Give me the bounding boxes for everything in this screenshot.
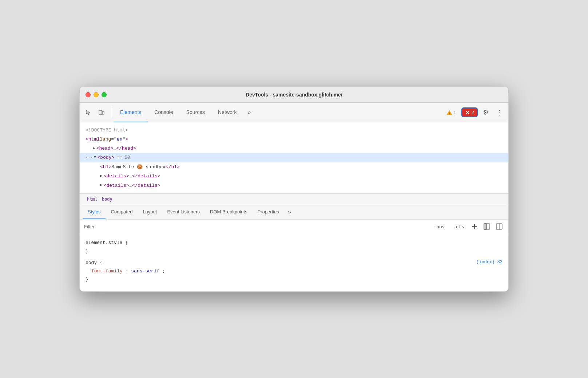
filter-controls: :hov .cls [431,222,504,231]
tab-console[interactable]: Console [148,103,179,122]
css-source-link[interactable]: (index):32 [476,259,502,267]
svg-text:!: ! [449,111,450,115]
expand-details-1[interactable]: ▶ [100,173,103,180]
body-dots: ··· [86,154,93,161]
svg-rect-10 [484,224,486,229]
main-tabs: Elements Console Sources Network » [114,103,444,122]
warning-icon: ! [446,110,452,115]
minimize-button[interactable] [94,92,99,97]
body-rule-block: body { (index):32 font-family : sans-ser… [86,259,502,284]
tab-layout[interactable]: Layout [138,205,162,219]
filter-bar: :hov .cls [80,220,508,234]
expand-head[interactable]: ▶ [93,145,95,152]
traffic-lights [86,92,107,97]
sidebar-pane-button[interactable] [494,222,504,231]
element-style-block: element.style { } [86,239,502,256]
plus-icon [472,224,477,229]
tab-event-listeners[interactable]: Event Listeners [162,205,205,219]
breadcrumb-bar: html body [80,193,508,205]
dom-tree: <!DOCTYPE html> <html lang="en"> ▶ <head… [80,122,508,193]
toolbar-left [83,107,112,118]
more-styles-tabs-button[interactable]: » [284,205,295,219]
error-badge[interactable]: 2 [461,107,478,117]
svg-rect-1 [102,111,104,114]
devtools-toolbar: Elements Console Sources Network » ! 1 [80,103,508,122]
dom-line-details-2: ▶ <details>…</details> [86,181,502,190]
settings-button[interactable]: ⚙ [480,107,492,118]
dom-line-doctype: <!DOCTYPE html> [86,125,502,134]
more-options-button[interactable]: ⋮ [494,107,505,118]
dom-line-details-1: ▶ <details>…</details> [86,172,502,181]
toggle-element-state-button[interactable] [482,222,492,231]
doctype-text: <!DOCTYPE html> [86,126,128,134]
layout-icon [496,223,502,230]
filter-input[interactable] [84,224,428,229]
device-toolbar-button[interactable] [96,107,107,118]
expand-details-2[interactable]: ▶ [100,182,103,189]
css-content: element.style { } body { (index):32 font… [80,234,508,291]
element-style-close: } [86,247,502,255]
styles-panel-tabs: Styles Computed Layout Event Listeners D… [80,205,508,220]
collapse-body[interactable]: ▼ [94,154,96,161]
devtools-main: <!DOCTYPE html> <html lang="en"> ▶ <head… [80,122,508,291]
devtools-window: DevTools - samesite-sandbox.glitch.me/ E… [79,86,509,292]
device-icon [98,109,105,116]
title-bar: DevTools - samesite-sandbox.glitch.me/ [80,87,508,103]
warning-count: 1 [454,110,456,115]
breadcrumb-body[interactable]: body [100,197,114,202]
close-button[interactable] [86,92,91,97]
body-close-brace: } [86,275,502,284]
toolbar-right: ! 1 2 ⚙ ⋮ [444,107,505,118]
inspect-element-button[interactable] [83,107,94,118]
tab-elements[interactable]: Elements [114,103,148,122]
dom-line-h1: <h1>SameSite 🍪 sandbox</h1> [86,162,502,172]
html-tag: < [86,135,88,143]
computed-sidebar-icon [484,223,490,230]
dom-line-html: <html lang="en"> [86,135,502,144]
tab-styles[interactable]: Styles [83,205,106,219]
cls-button[interactable]: .cls [450,223,467,231]
dom-line-head: ▶ <head>…</head> [86,144,502,153]
add-style-rule-button[interactable] [470,222,479,231]
tab-properties[interactable]: Properties [253,205,284,219]
maximize-button[interactable] [102,92,107,97]
hov-button[interactable]: :hov [431,223,447,231]
dom-line-body[interactable]: ··· ▼ <body> == $0 [80,153,508,162]
tab-dom-breakpoints[interactable]: DOM Breakpoints [205,205,253,219]
breadcrumb-html[interactable]: html [86,197,99,202]
more-tabs-button[interactable]: » [243,103,255,122]
tab-sources[interactable]: Sources [180,103,211,122]
cursor-icon [85,109,92,116]
error-count: 2 [472,110,474,115]
element-style-selector: element.style { [86,239,502,247]
tab-computed[interactable]: Computed [106,205,138,219]
body-property-line: font-family : sans-serif ; [86,267,502,275]
error-icon [465,110,470,115]
warning-badge[interactable]: ! 1 [444,108,459,117]
tab-network[interactable]: Network [211,103,243,122]
body-selector-line: body { (index):32 [86,259,502,267]
window-title: DevTools - samesite-sandbox.glitch.me/ [246,92,342,98]
